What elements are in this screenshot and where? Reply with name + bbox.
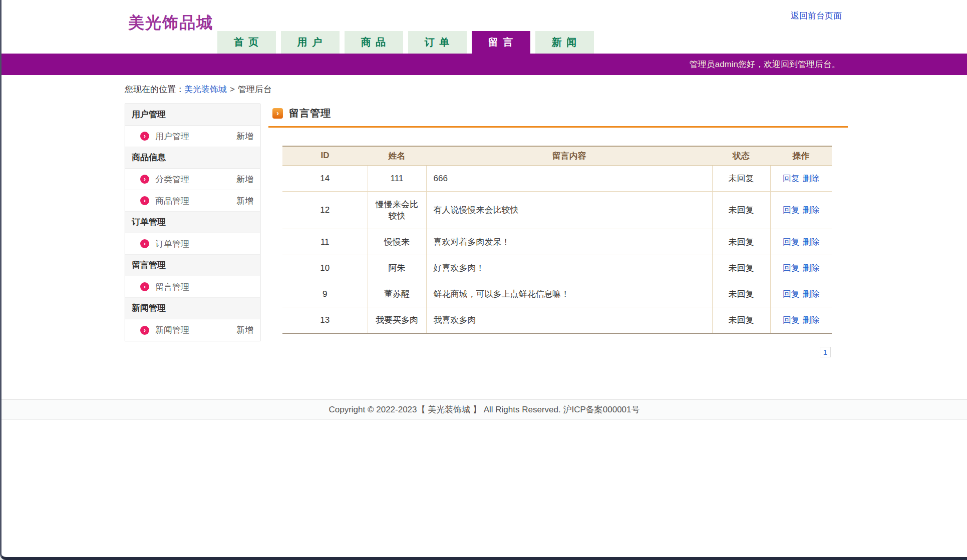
sidebar-item-商品管理[interactable]: › 商品管理 新增	[125, 190, 260, 212]
admin-welcome-text: 管理员admin您好，欢迎回到管理后台。	[690, 60, 840, 69]
reply-link[interactable]: 回复	[783, 205, 800, 215]
nav-tab-orders[interactable]: 订 单	[408, 31, 467, 54]
breadcrumb-site-link[interactable]: 美光装饰城	[184, 85, 227, 94]
delete-link[interactable]: 删除	[803, 263, 820, 273]
sidebar-section-title: 用户管理	[125, 104, 260, 126]
cell-id: 10	[282, 255, 368, 281]
cell-status: 未回复	[712, 165, 770, 191]
reply-link[interactable]: 回复	[783, 263, 800, 273]
col-header-name: 姓名	[368, 146, 426, 165]
cell-content: 好喜欢多肉！	[426, 255, 712, 281]
nav-tab-label: 商 品	[361, 36, 387, 49]
cell-actions: 回复删除	[770, 255, 832, 281]
arrow-bullet-icon: ›	[140, 326, 149, 335]
sidebar-item-add-link[interactable]: 新增	[236, 324, 253, 336]
cell-actions: 回复删除	[770, 165, 832, 191]
table-row: 10 阿朱 好喜欢多肉！ 未回复 回复删除	[282, 255, 832, 281]
reply-link[interactable]: 回复	[783, 315, 800, 325]
table-row: 12 慢慢来会比较快 有人说慢慢来会比较快 未回复 回复删除	[282, 191, 832, 229]
arrow-bullet-icon: ›	[140, 282, 149, 291]
cell-content: 666	[426, 165, 712, 191]
nav-tab-messages[interactable]: 留 言	[472, 31, 530, 54]
cell-id: 13	[282, 307, 368, 333]
table-row: 14 111 666 未回复 回复删除	[282, 165, 832, 191]
sidebar-section-title: 新闻管理	[125, 298, 260, 319]
delete-link[interactable]: 删除	[803, 315, 820, 325]
cell-id: 14	[282, 165, 368, 191]
cell-id: 9	[282, 281, 368, 307]
cell-name: 慢慢来会比较快	[368, 191, 426, 229]
table-row: 13 我要买多肉 我喜欢多肉 未回复 回复删除	[282, 307, 832, 333]
nav-tab-news[interactable]: 新 闻	[535, 31, 594, 54]
sidebar-item-add-link[interactable]: 新增	[236, 195, 253, 207]
cell-id: 12	[282, 191, 368, 229]
nav-tab-users[interactable]: 用 户	[281, 31, 340, 54]
cell-name: 董苏醒	[368, 281, 426, 307]
header: 美光饰品城 返回前台页面 首 页 用 户 商 品 订 单 留 言 新 闻	[2, 0, 967, 54]
sidebar-section-title: 商品信息	[125, 147, 260, 169]
nav-tab-home[interactable]: 首 页	[217, 31, 276, 54]
breadcrumb-prefix: 您现在的位置：	[125, 85, 184, 94]
arrow-bullet-icon: ›	[140, 196, 149, 205]
arrow-bullet-icon: ›	[140, 175, 149, 184]
cell-name: 慢慢来	[368, 229, 426, 255]
back-to-frontend-link[interactable]: 返回前台页面	[791, 10, 842, 22]
page-title: 留言管理	[289, 107, 331, 120]
sidebar-section-title: 订单管理	[125, 212, 260, 233]
sidebar-item-留言管理[interactable]: › 留言管理	[125, 276, 260, 298]
reply-link[interactable]: 回复	[783, 289, 800, 299]
nav-tab-goods[interactable]: 商 品	[345, 31, 403, 54]
sidebar-item-分类管理[interactable]: › 分类管理 新增	[125, 169, 260, 190]
cell-status: 未回复	[712, 229, 770, 255]
nav-tab-label: 留 言	[488, 36, 514, 49]
site-logo: 美光饰品城	[128, 12, 213, 34]
pagination-page-1[interactable]: 1	[820, 347, 831, 357]
cell-content: 有人说慢慢来会比较快	[426, 191, 712, 229]
cell-content: 我喜欢多肉	[426, 307, 712, 333]
cell-actions: 回复删除	[770, 191, 832, 229]
delete-link[interactable]: 删除	[803, 205, 820, 215]
message-table-body: 14 111 666 未回复 回复删除 12 慢慢来会比较快 有人说慢慢来会比较…	[282, 165, 832, 333]
delete-link[interactable]: 删除	[803, 174, 820, 183]
nav-tab-label: 用 户	[297, 36, 324, 49]
sidebar-item-add-link[interactable]: 新增	[236, 131, 253, 142]
cell-name: 阿朱	[368, 255, 426, 281]
sidebar-item-label: 用户管理	[155, 131, 189, 142]
reply-link[interactable]: 回复	[783, 174, 800, 183]
col-header-ops: 操作	[770, 146, 832, 165]
main-title-bar: › 留言管理	[268, 104, 848, 128]
sidebar-item-新闻管理[interactable]: › 新闻管理 新增	[125, 319, 260, 341]
cell-content: 喜欢对着多肉发呆！	[426, 229, 712, 255]
reply-link[interactable]: 回复	[783, 237, 800, 247]
sidebar-item-label: 分类管理	[155, 174, 189, 185]
sidebar-menu: 用户管理 › 用户管理 新增 商品信息 › 分类管理 新增 › 商品管理 新增 …	[125, 104, 260, 341]
sidebar-item-用户管理[interactable]: › 用户管理 新增	[125, 126, 260, 147]
col-header-content: 留言内容	[426, 146, 712, 165]
footer: Copyright © 2022-2023【 美光装饰城 】 All Right…	[2, 399, 967, 420]
copyright-text: Copyright © 2022-2023【 美光装饰城 】 All Right…	[329, 405, 640, 414]
sidebar-item-label: 订单管理	[155, 238, 189, 250]
cell-actions: 回复删除	[770, 281, 832, 307]
sidebar-item-add-link[interactable]: 新增	[236, 174, 253, 185]
cell-id: 11	[282, 229, 368, 255]
cell-status: 未回复	[712, 281, 770, 307]
sidebar-item-label: 新闻管理	[155, 324, 189, 336]
cell-name: 我要买多肉	[368, 307, 426, 333]
arrow-bullet-icon: ›	[140, 132, 149, 141]
col-header-status: 状态	[712, 146, 770, 165]
delete-link[interactable]: 删除	[803, 237, 820, 247]
cell-actions: 回复删除	[770, 307, 832, 333]
nav-tabs: 首 页 用 户 商 品 订 单 留 言 新 闻	[217, 31, 594, 54]
delete-link[interactable]: 删除	[803, 289, 820, 299]
nav-tab-label: 新 闻	[552, 36, 578, 49]
breadcrumb-separator: >	[230, 85, 235, 94]
sidebar-item-订单管理[interactable]: › 订单管理	[125, 233, 260, 255]
nav-tab-label: 首 页	[234, 36, 260, 49]
cell-name: 111	[368, 165, 426, 191]
cell-status: 未回复	[712, 255, 770, 281]
table-header-row: ID 姓名 留言内容 状态 操作	[282, 146, 832, 165]
sidebar-item-label: 商品管理	[155, 195, 189, 207]
cell-content: 鲜花商城，可以多上点鲜花信息嘛！	[426, 281, 712, 307]
page: 美光饰品城 返回前台页面 首 页 用 户 商 品 订 单 留 言 新 闻 管理员…	[0, 0, 967, 560]
arrow-bullet-icon: ›	[140, 239, 149, 248]
